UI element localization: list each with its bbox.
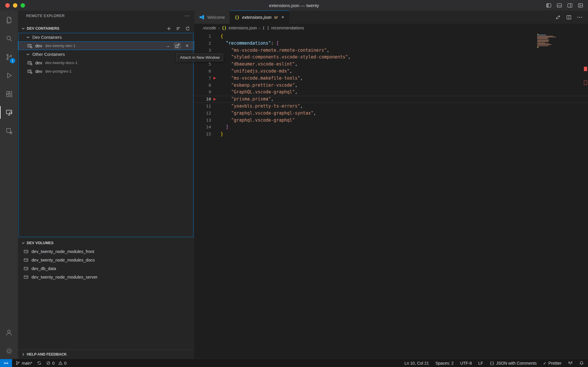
code-text: "styled-components.vscode-styled-compone… [220,54,351,61]
minimap-line [537,43,549,44]
new-container-icon[interactable] [166,26,171,31]
language-mode-item[interactable]: {} JSON with Comments [490,361,537,366]
container-item-dev-postgres-1[interactable]: dev dev-postgres-1 [18,67,194,76]
close-window-button[interactable] [5,3,10,8]
editor-group: Welcome {} extensions.json M × ··· .vsco… [194,11,588,359]
volume-item[interactable]: dev_twenty_node_modules_front [18,247,194,256]
line-number: 11 [194,103,211,110]
stop-container-icon[interactable]: × [183,42,191,49]
code-text: "graphql.vscode-graphql-syntax", [220,110,316,117]
toggle-primary-sidebar-icon[interactable] [546,3,552,8]
activity-item-remote-explorer[interactable] [0,103,18,122]
problems-item[interactable]: 0 0 [46,361,67,366]
code-text: "recommendations": [ [220,40,279,47]
section-dev-containers[interactable]: DEV CONTAINERS [18,24,194,33]
section-label: DEV CONTAINERS [27,26,59,31]
minimap-line [537,37,556,37]
tree-group-other-containers[interactable]: Other Containers [18,50,194,58]
remote-indicator[interactable]: >< [0,359,12,367]
code-line-10[interactable]: 10 "prisma.prisma", [194,96,588,103]
activity-item-settings[interactable] [0,343,18,359]
code-area[interactable]: 1{2 "recommendations": [3 "ms-vscode-rem… [194,32,588,359]
toggle-panel-icon[interactable] [557,3,562,8]
minimize-window-button[interactable] [13,3,17,8]
breadcrumb-folder[interactable]: .vscode [202,26,216,30]
volume-item[interactable]: dev_twenty_node_modules_docs [18,256,194,264]
titlebar: extensions.json — twenty [0,0,588,11]
split-editor-icon[interactable] [566,15,572,20]
ports-item[interactable] [568,361,573,366]
container-icon [27,43,32,48]
volume-label: dev_twenty_node_modules_server [31,275,98,279]
activity-item-run-debug[interactable] [0,66,18,85]
customize-layout-icon[interactable] [578,3,583,8]
code-line-9[interactable]: 9 "GraphQL.vscode-graphql", [194,89,588,96]
code-line-8[interactable]: 8 "esbenp.prettier-vscode", [194,82,588,89]
minimap[interactable] [537,34,558,48]
code-line-12[interactable]: 12 "graphql.vscode-graphql-syntax", [194,110,588,117]
open-changes-icon[interactable] [555,15,561,20]
language-status-icon: {} [490,361,494,366]
more-actions-icon[interactable]: ··· [184,13,190,19]
code-line-3[interactable]: 3 "ms-vscode-remote.remote-containers", [194,47,588,54]
breadcrumb-file[interactable]: extensions.json [229,26,257,30]
activity-item-accounts[interactable] [0,325,18,343]
code-line-6[interactable]: 6 "unifiedjs.vscode-mdx", [194,68,588,75]
activity-bar: 1 [0,11,18,359]
notifications-item[interactable] [579,361,584,366]
code-line-5[interactable]: 5 "dbaeumer.vscode-eslint", [194,61,588,68]
account-icon [5,329,13,336]
container-item-dev-twenty-dev-1[interactable]: dev dev-twenty-dev-1 → × [18,41,194,50]
activity-item-extensions[interactable] [0,85,18,103]
gutter-marker-icon [211,96,220,103]
dev-containers-tree: Dev Containers dev dev-twenty-dev-1 → × [18,33,194,76]
cursor-position-item[interactable]: Ln 10, Col 21 [405,361,429,366]
activity-item-containers[interactable] [0,122,18,140]
overview-ruler[interactable] [583,21,588,359]
breadcrumb-symbol[interactable]: recommendations [271,26,304,30]
container-item-dev-twenty-docs-1[interactable]: dev dev-twenty-docs-1 [18,58,194,67]
code-line-13[interactable]: 13 "graphql.vscode-graphql" [194,117,588,124]
volume-item[interactable]: dev_db_data [18,264,194,273]
volume-label: dev_db_data [31,266,56,271]
activity-item-source-control[interactable]: 1 [0,48,18,66]
gear-icon [5,347,13,355]
breadcrumb: .vscode › {} extensions.json › [ ] recom… [194,24,588,32]
code-line-14[interactable]: 14 ] [194,124,588,131]
zoom-window-button[interactable] [21,3,25,8]
code-line-15[interactable]: 15} [194,131,588,138]
code-text: "graphql.vscode-graphql" [220,117,295,124]
code-line-2[interactable]: 2 "recommendations": [ [194,40,588,47]
section-help-and-feedback[interactable]: HELP AND FEEDBACK [18,350,194,358]
filter-icon[interactable] [176,26,181,31]
code-line-7[interactable]: 7 "ms-vscode.makefile-tools", [194,75,588,82]
indentation-item[interactable]: Spaces: 2 [435,361,454,366]
toggle-secondary-sidebar-icon[interactable] [567,3,573,8]
encoding-item[interactable]: UTF-8 [460,361,472,366]
formatter-item[interactable]: ✓ Prettier [543,361,562,366]
chevron-right-icon: › [259,26,260,31]
more-actions-icon[interactable]: ··· [577,15,583,20]
dev-volumes-list: dev_twenty_node_modules_frontdev_twenty_… [18,247,194,281]
tree-group-dev-containers[interactable]: Dev Containers [18,33,194,41]
language-name: JSON with Comments [496,361,537,366]
attach-new-window-icon[interactable] [174,42,181,49]
sync-changes-item[interactable] [37,361,41,365]
formatter-name: Prettier [548,361,562,366]
section-dev-volumes[interactable]: DEV VOLUMES [18,239,194,247]
close-tab-icon[interactable]: × [281,14,284,20]
code-line-11[interactable]: 11 "yoavbls.pretty-ts-errors", [194,103,588,110]
activity-item-explorer[interactable] [0,11,18,29]
eol-item[interactable]: LF [478,361,483,366]
refresh-icon[interactable] [185,26,190,31]
section-label: HELP AND FEEDBACK [27,352,67,356]
tab-welcome[interactable]: Welcome [194,11,230,24]
tab-extensions-json[interactable]: {} extensions.json M × [230,11,289,24]
attach-container-icon[interactable]: → [164,42,171,49]
volume-item[interactable]: dev_twenty_node_modules_server [18,273,194,281]
check-icon: ✓ [543,361,547,366]
code-line-1[interactable]: 1{ [194,33,588,40]
activity-item-search[interactable] [0,29,18,48]
code-line-4[interactable]: 4 "styled-components.vscode-styled-compo… [194,54,588,61]
git-branch-item[interactable]: main* [16,361,32,366]
